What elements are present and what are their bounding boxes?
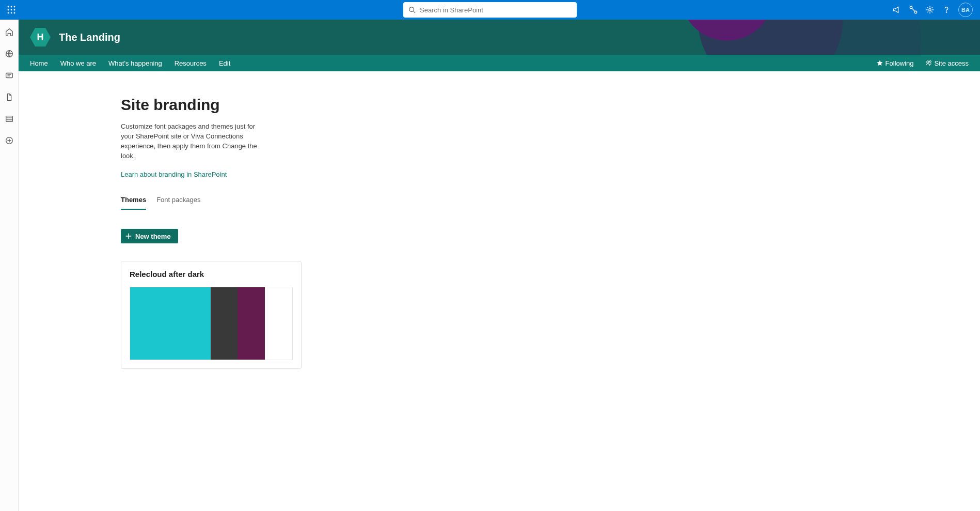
nav-whats-happening[interactable]: What's happening [108,59,162,67]
learn-link[interactable]: Learn about branding in SharePoint [121,171,227,178]
nav-who-we-are[interactable]: Who we are [60,59,96,67]
svg-point-20 [929,61,931,63]
svg-point-7 [11,12,12,14]
theme-card-title: Relecloud after dark [130,270,293,278]
megaphone-icon[interactable] [892,5,902,14]
site-nav: Home Who we are What's happening Resourc… [19,55,980,71]
rail-home-icon[interactable] [3,26,15,38]
svg-point-5 [14,9,15,11]
svg-point-12 [914,11,917,13]
svg-point-0 [8,6,9,8]
rail-file-icon[interactable] [3,91,15,103]
following-button[interactable]: Following [876,59,914,67]
swatch-4 [265,287,292,360]
rail-list-icon[interactable] [3,113,15,125]
site-logo[interactable]: H [30,27,51,48]
site-access-label: Site access [935,59,969,67]
flow-icon[interactable] [909,5,918,14]
help-icon[interactable] [942,5,951,14]
search-box[interactable] [403,2,577,18]
svg-point-8 [14,12,15,14]
people-icon [925,59,932,67]
svg-point-19 [926,61,928,63]
search-input[interactable] [420,6,572,14]
nav-home[interactable]: Home [30,59,48,67]
swatch-2 [211,287,238,360]
app-launcher-icon[interactable] [4,3,19,17]
svg-point-1 [11,6,12,8]
swatch-1 [130,287,211,360]
site-title[interactable]: The Landing [59,32,120,43]
svg-rect-16 [6,73,12,78]
swatch-3 [238,287,264,360]
rail-news-icon[interactable] [3,69,15,82]
theme-swatches [130,287,293,360]
nav-edit[interactable]: Edit [219,59,230,67]
theme-card[interactable]: Relecloud after dark [121,261,302,369]
tab-font-packages[interactable]: Font packages [156,196,200,210]
avatar[interactable]: BA [958,3,973,17]
settings-icon[interactable] [925,5,935,14]
site-access-button[interactable]: Site access [925,59,969,67]
svg-rect-17 [6,116,12,122]
svg-point-6 [8,12,9,14]
tab-themes[interactable]: Themes [121,196,146,210]
following-label: Following [886,59,914,67]
plus-icon [125,233,132,240]
page-description: Customize font packages and themes just … [121,122,265,161]
search-icon [408,6,416,13]
page-title: Site branding [121,96,980,114]
nav-resources[interactable]: Resources [175,59,207,67]
new-theme-button[interactable]: New theme [121,229,178,243]
left-rail [0,20,19,511]
svg-point-3 [8,9,9,11]
tabs: Themes Font packages [121,196,980,210]
svg-point-4 [11,9,12,11]
svg-point-2 [14,6,15,8]
svg-point-13 [929,9,931,11]
svg-point-11 [910,6,912,9]
svg-point-9 [409,7,414,12]
site-header: H The Landing [19,20,980,55]
rail-add-icon[interactable] [3,134,15,147]
svg-point-14 [946,12,946,12]
star-icon [876,59,883,67]
new-theme-label: New theme [135,233,171,240]
rail-globe-icon[interactable] [3,48,15,60]
svg-line-10 [414,11,416,13]
